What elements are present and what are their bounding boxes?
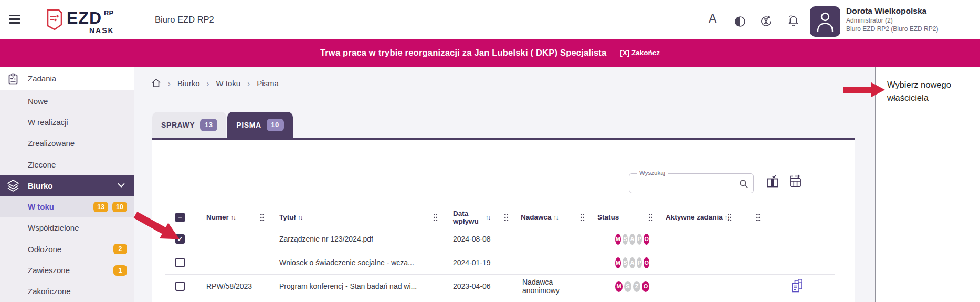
sidebar-item-label: W toku xyxy=(28,202,54,211)
menu-icon[interactable] xyxy=(9,15,20,26)
status-badge: O xyxy=(642,281,649,292)
sidebar-item-label: Zadania xyxy=(28,74,56,83)
tab-bar: SPRAWY 13 PISMA 10 xyxy=(152,112,293,138)
sidebar-item-w-realizacji[interactable]: W realizacji xyxy=(0,111,134,132)
column-label: Numer xyxy=(206,213,229,221)
ezd-logo-icon xyxy=(44,8,64,30)
sidebar-item-label: Zrealizowane xyxy=(28,139,75,148)
table-row[interactable]: RPW/58/2023 Program konferencj - Stan ba… xyxy=(165,275,835,298)
notifications-bell-icon[interactable] xyxy=(786,14,800,28)
document-copy-icon[interactable] xyxy=(790,279,804,294)
sort-icon[interactable]: ↑↓ xyxy=(231,214,236,221)
user-role: Administrator (2) xyxy=(846,17,893,24)
export-table-icon[interactable] xyxy=(787,174,803,190)
column-header-aktywne-zadania[interactable]: Aktywne zadania ↑↓ xyxy=(651,207,730,227)
avatar[interactable] xyxy=(810,6,840,37)
sidebar-item-zrealizowane[interactable]: Zrealizowane xyxy=(0,133,134,154)
sidebar-item-w-toku[interactable]: W toku 13 10 xyxy=(0,196,134,217)
table-row[interactable]: ✓ Zarządzenie nr 123/2024.pdf 2024-08-08… xyxy=(165,227,835,251)
sort-icon[interactable]: ↑↓ xyxy=(554,214,559,221)
sidebar-item-label: Zakończone xyxy=(28,287,71,296)
breadcrumb-biurko[interactable]: Biurko xyxy=(177,79,200,88)
cell-aktywne-zadania xyxy=(651,275,730,298)
status-badge: P xyxy=(637,257,642,268)
sidebar-item-label: W realizacji xyxy=(28,118,68,127)
font-size-icon[interactable]: A xyxy=(709,12,716,26)
cell-tytul[interactable]: Program konferencj - Stan badań nad wi..… xyxy=(279,282,417,290)
count-badge: 1 xyxy=(113,265,127,276)
tab-count-badge: 13 xyxy=(200,119,217,131)
count-badge: 2 xyxy=(113,244,127,254)
top-bar: EZD RP NASK Biuro EZD RP2 A Dorota Wielk… xyxy=(0,0,980,39)
search-box: Wyszukaj xyxy=(629,173,754,193)
sidebar-item-odlozone[interactable]: Odłożone 2 xyxy=(0,238,134,259)
sidebar-item-wspoldzielone[interactable]: Współdzielone xyxy=(0,217,134,238)
status-badge: M xyxy=(615,257,621,268)
cell-actions xyxy=(758,275,835,298)
column-header-status[interactable]: Status xyxy=(583,207,651,227)
row-checkbox[interactable] xyxy=(175,258,185,267)
tab-sprawy[interactable]: SPRAWY 13 xyxy=(152,112,226,138)
sidebar-item-nowe[interactable]: Nowe xyxy=(0,90,134,111)
content-area: Zadania Nowe W realizacji Zrealizowane Z… xyxy=(0,67,980,302)
column-settings-icon[interactable] xyxy=(765,174,780,190)
column-header-numer[interactable]: Numer ↑↓ xyxy=(199,207,262,227)
tab-label: SPRAWY xyxy=(161,121,195,129)
sidebar-item-zakonczone[interactable]: Zakończone xyxy=(0,281,134,302)
logo-text-nask: NASK xyxy=(89,26,114,35)
status-badge: S xyxy=(624,281,631,292)
sort-icon[interactable]: ↑↓ xyxy=(486,214,490,221)
sidebar-item-zadania[interactable]: Zadania xyxy=(0,67,134,90)
column-label: Status xyxy=(597,213,619,221)
sidebar-item-zlecone[interactable]: Zlecone xyxy=(0,154,134,175)
check-icon: ✓ xyxy=(177,236,183,243)
documents-panel: Wyszukaj − Numer xyxy=(152,140,855,302)
cell-tytul[interactable]: Wniosek o świadczenie socjalne - wcza... xyxy=(279,258,414,267)
status-badge: O xyxy=(644,234,649,245)
cell-data-wplywu: 2024-08-08 xyxy=(453,235,491,243)
layers-icon xyxy=(7,179,19,192)
status-badge: M xyxy=(615,234,621,245)
cell-actions xyxy=(758,227,835,251)
row-checkbox-checked[interactable]: ✓ xyxy=(175,234,185,244)
home-icon[interactable] xyxy=(151,78,161,88)
column-header-actions xyxy=(758,207,835,227)
column-header-data-wplywu[interactable]: Data wpływu ↑↓ xyxy=(436,207,507,227)
user-name: Dorota Wielkopolska xyxy=(846,6,926,16)
cell-status: M S Z O xyxy=(583,275,651,298)
breadcrumb-w-toku[interactable]: W toku xyxy=(216,79,241,88)
table-row[interactable]: Wniosek o świadczenie socjalne - wcza...… xyxy=(165,251,835,275)
count-badge: 13 xyxy=(93,202,108,212)
select-all-checkbox[interactable]: − xyxy=(175,213,185,222)
row-checkbox[interactable] xyxy=(175,282,185,291)
sidebar-item-label: Odłożone xyxy=(28,245,61,254)
tab-pisma[interactable]: PISMA 10 xyxy=(227,112,292,138)
breadcrumb-pisma[interactable]: Pisma xyxy=(257,79,279,88)
status-badge: S xyxy=(623,234,628,245)
cell-aktywne-zadania xyxy=(651,227,730,251)
contrast-icon[interactable] xyxy=(734,15,746,28)
reorganization-banner: Trwa praca w trybie reorganizacji za Jan… xyxy=(0,39,980,67)
logo-text-rp: RP xyxy=(104,9,113,17)
sidebar-item-label: Nowe xyxy=(28,97,48,106)
session-timer-icon[interactable] xyxy=(759,14,773,28)
column-header-tytul[interactable]: Tytuł ↑↓ xyxy=(262,207,436,227)
status-badge: A xyxy=(629,257,635,268)
table-header: − Numer ↑↓ Tytuł ↑↓ Data wpływu ↑↓ xyxy=(165,207,835,227)
column-header-empty xyxy=(730,207,758,227)
breadcrumb: › Biurko › W toku › Pisma xyxy=(151,78,279,88)
status-badge: S xyxy=(623,257,628,268)
breadcrumb-separator: › xyxy=(168,79,171,88)
banner-end-button[interactable]: [X] Zakończ xyxy=(620,49,660,57)
sort-icon[interactable]: ↑↓ xyxy=(298,214,302,221)
search-input[interactable] xyxy=(629,174,753,193)
page-title: Biuro EZD RP2 xyxy=(155,0,214,39)
sidebar-item-biurko[interactable]: Biurko xyxy=(0,175,134,196)
column-header-nadawca[interactable]: Nadawca ↑↓ xyxy=(507,207,583,227)
sidebar-item-label: Współdzielone xyxy=(28,223,79,232)
search-icon[interactable] xyxy=(739,179,749,189)
cell-tytul[interactable]: Zarządzenie nr 123/2024.pdf xyxy=(279,235,373,243)
column-label: Aktywne zadania xyxy=(666,213,723,221)
person-icon xyxy=(816,11,834,32)
sidebar-item-zawieszone[interactable]: Zawieszone 1 xyxy=(0,259,134,280)
